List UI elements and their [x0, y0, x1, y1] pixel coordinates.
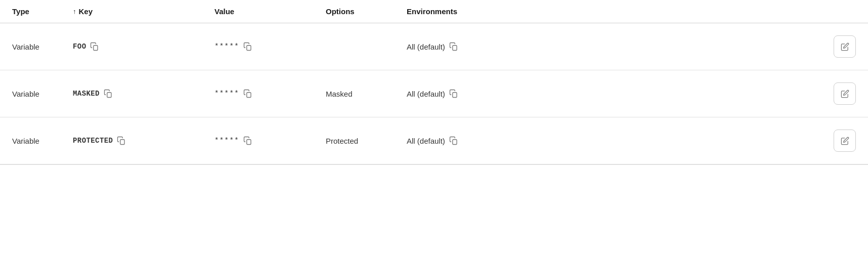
svg-rect-7	[247, 140, 251, 145]
header-options: Options	[326, 7, 407, 16]
svg-rect-3	[107, 93, 111, 98]
row-value: *****	[214, 89, 326, 98]
edit-button[interactable]	[834, 130, 856, 152]
svg-rect-8	[453, 140, 457, 145]
copy-value-icon[interactable]	[243, 136, 252, 145]
row-options: Masked	[326, 90, 407, 98]
copy-env-icon[interactable]	[449, 42, 458, 51]
svg-rect-5	[453, 93, 457, 98]
sort-arrow-icon: ↑	[73, 8, 76, 15]
header-type: Type	[12, 7, 73, 16]
edit-button[interactable]	[834, 82, 856, 105]
table-header: Type ↑ Key Value Options Environments	[0, 0, 868, 23]
header-environments: Environments	[407, 7, 815, 16]
svg-rect-1	[247, 46, 251, 51]
svg-rect-6	[120, 140, 124, 145]
variables-table: Type ↑ Key Value Options Environments Va…	[0, 0, 868, 254]
edit-button[interactable]	[834, 35, 856, 58]
copy-value-icon[interactable]	[243, 89, 252, 98]
table-row: Variable FOO ***** All (def	[0, 23, 868, 70]
table-row: Variable MASKED ***** Masked	[0, 70, 868, 117]
row-actions	[815, 35, 856, 58]
row-options: Protected	[326, 137, 407, 145]
row-key: FOO	[73, 42, 214, 51]
row-environment: All (default)	[407, 42, 815, 51]
svg-rect-4	[247, 93, 251, 98]
row-environment: All (default)	[407, 89, 815, 98]
copy-key-icon[interactable]	[117, 136, 126, 145]
row-actions	[815, 82, 856, 105]
row-key: PROTECTED	[73, 136, 214, 145]
row-actions	[815, 130, 856, 152]
table-row: Variable PROTECTED ***** Protected	[0, 117, 868, 164]
row-key: MASKED	[73, 89, 214, 98]
row-type: Variable	[12, 90, 73, 98]
svg-rect-0	[94, 46, 98, 51]
copy-env-icon[interactable]	[449, 136, 458, 145]
row-type: Variable	[12, 137, 73, 145]
copy-value-icon[interactable]	[243, 42, 252, 51]
copy-key-icon[interactable]	[90, 42, 99, 51]
row-type: Variable	[12, 43, 73, 51]
header-value: Value	[214, 7, 326, 16]
copy-env-icon[interactable]	[449, 89, 458, 98]
svg-rect-2	[453, 46, 457, 51]
row-environment: All (default)	[407, 136, 815, 145]
row-value: *****	[214, 136, 326, 145]
copy-key-icon[interactable]	[104, 89, 113, 98]
row-value: *****	[214, 42, 326, 51]
header-key: ↑ Key	[73, 7, 214, 16]
